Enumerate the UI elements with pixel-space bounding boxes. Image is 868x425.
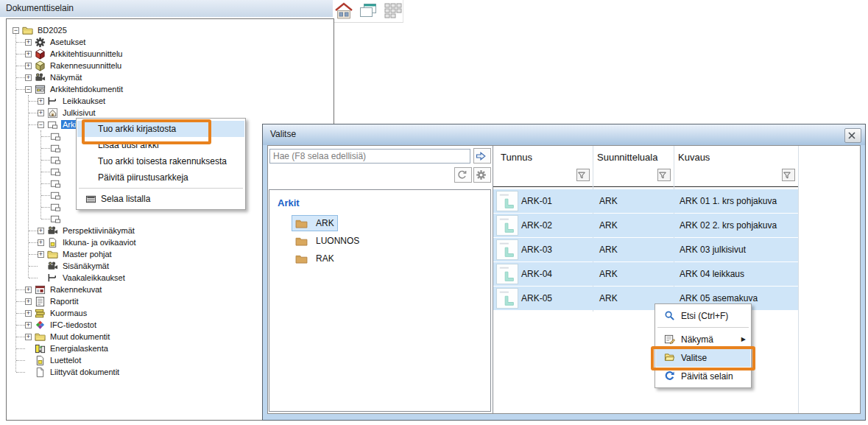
collapse-toggle[interactable]: − xyxy=(13,27,19,34)
folder-item-label: LUONNOS xyxy=(316,236,359,246)
close-icon xyxy=(848,132,855,139)
small-folder-icon xyxy=(295,254,308,264)
tree-item-sheet xyxy=(50,189,64,201)
filter-button-tunnus[interactable] xyxy=(576,169,590,181)
go-button[interactable] xyxy=(473,148,491,164)
tree-item-label[interactable]: Sisänäkymät xyxy=(61,261,110,270)
expand-toggle[interactable]: + xyxy=(25,39,32,46)
table-row-ark-02[interactable]: ARK-02ARKARK 02 2. krs pohjakuva xyxy=(493,214,798,237)
cell-suunnitteluala: ARK xyxy=(599,269,618,279)
tree-item-label[interactable]: Rakennesuunnittelu xyxy=(49,61,123,70)
folder-item-luonnos[interactable]: LUONNOS xyxy=(292,233,363,249)
menu-item-tuo-arkki-toisesta-rakennuksesta[interactable]: Tuo arkki toisesta rakennuksesta xyxy=(77,153,244,169)
camera-icon xyxy=(35,72,46,83)
tree-item-label[interactable]: BD2025 xyxy=(36,26,68,35)
tree-item-label[interactable]: Perspektiivinäkymät xyxy=(61,226,136,235)
red-cube-icon xyxy=(35,49,46,60)
facade-icon xyxy=(47,108,58,119)
khaki-cube-icon xyxy=(35,60,46,71)
expand-toggle[interactable]: + xyxy=(38,239,44,246)
expand-toggle[interactable]: + xyxy=(25,334,32,340)
tree-item-label[interactable]: Vaakaleikkaukset xyxy=(61,273,127,282)
search-input[interactable] xyxy=(269,149,470,164)
tree-item-label[interactable]: Julkisivut xyxy=(61,108,97,117)
camera-icon xyxy=(47,261,58,272)
folder-item-rak[interactable]: RAK xyxy=(292,250,338,267)
tree-item-master-pohjat: +Master pohjat xyxy=(38,248,113,260)
expand-toggle[interactable]: + xyxy=(38,110,44,116)
expand-toggle[interactable]: + xyxy=(25,63,32,69)
column-header-suunnitteluala[interactable]: Suunnitteluala xyxy=(597,152,657,163)
cell-tunnus: ARK-02 xyxy=(521,220,552,231)
tree-item-label[interactable]: Master pohjat xyxy=(61,250,113,259)
sheet-thumbnail xyxy=(496,288,518,309)
tree-item-label[interactable]: Muut dokumentit xyxy=(49,332,111,341)
filter-button-kuvaus[interactable] xyxy=(782,169,795,181)
tree-item-label[interactable]: Näkymät xyxy=(49,73,83,82)
cell-kuvaus: ARK 01 1. krs pohjakuva xyxy=(680,196,777,206)
expand-toggle[interactable]: + xyxy=(38,228,44,234)
tree-item-sheet xyxy=(50,201,64,213)
folder-list-heading: Arkit xyxy=(278,197,300,208)
table-row-ark-03[interactable]: ARK-03ARKARK 03 julkisivut xyxy=(493,238,798,261)
menu-item-label: Selaa listalla xyxy=(101,194,244,204)
menu-item-label: Päivitä piirustusarkkeja xyxy=(98,172,244,183)
expand-toggle[interactable]: + xyxy=(38,98,44,105)
tree-item-label[interactable]: Kuormaus xyxy=(49,309,88,317)
tree-item-julkisivut: +Julkisivut xyxy=(38,107,97,119)
table-row-ark-05[interactable]: ARK-05ARKARK 05 asemakuva xyxy=(493,287,798,310)
expand-toggle[interactable]: + xyxy=(25,51,32,57)
tree-item-label[interactable]: Ikkuna- ja ovikaaviot xyxy=(61,238,138,247)
tree-item-label[interactable]: Asetukset xyxy=(49,38,87,46)
tree-item-label[interactable]: Arkkitehtidokumentit xyxy=(49,85,124,94)
sheet-icon xyxy=(50,214,61,225)
expand-toggle[interactable]: + xyxy=(25,287,32,293)
tree-item-label[interactable]: Arkkitehtisuunnittelu xyxy=(49,49,124,58)
grid-toolbar-button[interactable] xyxy=(384,1,404,21)
menu-item-selaa-listalla[interactable]: Selaa listalla xyxy=(77,191,244,207)
tree-item-label[interactable]: Leikkaukset xyxy=(61,96,107,105)
folder-item-ark[interactable]: ARK xyxy=(292,215,338,231)
tree-item-label[interactable]: Liittyvät dokumentit xyxy=(49,368,121,376)
tree-item-label[interactable]: Luettelot xyxy=(49,356,82,365)
settings-button[interactable] xyxy=(473,167,491,183)
document-window-icon xyxy=(35,84,46,95)
expand-toggle[interactable]: + xyxy=(25,310,32,317)
browser-title: Dokumenttiselain xyxy=(6,3,74,13)
tree-item-label[interactable]: IFC-tiedostot xyxy=(49,320,98,329)
expand-toggle[interactable]: + xyxy=(25,298,32,305)
table-row-ark-01[interactable]: ARK-01ARKARK 01 1. krs pohjakuva xyxy=(493,189,798,213)
table-row-ark-04[interactable]: ARK-04ARKARK 04 leikkaus xyxy=(493,262,798,286)
column-header-kuvaus[interactable]: Kuvaus xyxy=(678,152,710,163)
sheet-icon xyxy=(50,143,61,154)
expand-toggle[interactable]: + xyxy=(38,251,44,258)
column-header-tunnus[interactable]: Tunnus xyxy=(501,152,532,163)
menu-separator xyxy=(79,188,243,189)
collapse-toggle[interactable]: − xyxy=(25,86,32,93)
menu-item-p-ivit-piirustusarkkeja[interactable]: Päivitä piirustusarkkeja xyxy=(77,169,244,186)
dialog-titlebar: Valitse xyxy=(263,124,865,145)
tree-connector-line xyxy=(40,130,41,219)
menu-item-etsi-ctrl-f-[interactable]: Etsi (Ctrl+F) xyxy=(656,306,750,325)
expand-toggle[interactable]: + xyxy=(25,74,32,81)
home-icon xyxy=(334,2,353,20)
tree-item-label[interactable]: Raportit xyxy=(49,297,80,306)
tree-item-label[interactable]: Energialaskenta xyxy=(49,344,110,353)
close-button[interactable] xyxy=(844,128,861,143)
expand-toggle[interactable]: + xyxy=(25,322,32,329)
cascade-windows-toolbar-button[interactable] xyxy=(359,1,380,21)
home-toolbar-button[interactable] xyxy=(335,1,356,21)
tree-item-leikkaukset: +Leikkaukset xyxy=(38,95,107,107)
cascade-windows-icon xyxy=(359,2,378,20)
sheet-thumbnail xyxy=(496,191,518,211)
filter-button-suunnitteluala[interactable] xyxy=(657,169,671,181)
refresh-button[interactable] xyxy=(454,167,472,183)
tree-item-bd2025: −BD2025 xyxy=(13,24,68,36)
sheet-icon xyxy=(50,166,61,178)
annotation-highlight-tree-menu xyxy=(82,119,211,144)
menu-item-label: Päivitä selain xyxy=(681,371,750,382)
tree-item-n-kym-t: +Näkymät xyxy=(25,71,83,83)
collapse-toggle[interactable]: − xyxy=(38,122,44,128)
tree-item-label[interactable]: Rakennekuvat xyxy=(49,285,103,294)
tree-item-asetukset: +Asetukset xyxy=(25,36,87,48)
